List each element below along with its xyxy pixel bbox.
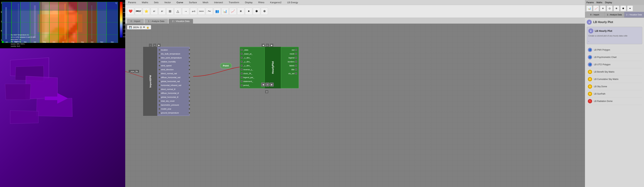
save-icon[interactable]: 💾 xyxy=(129,26,132,28)
menu-params[interactable]: Params xyxy=(127,1,137,4)
right-tab-visualize[interactable]: 2 :: Visualize Data xyxy=(624,12,644,18)
hourly-plot-node[interactable]: _data _base_pt_ _x_dim_ _y_dim_ _z_dim_ xyxy=(240,47,299,88)
svg-text:-4.60: -4.60 xyxy=(123,32,125,34)
list-item-psychrometric[interactable]: 🔵 LB Psychrometric Chart xyxy=(587,54,642,61)
radiation-dome-icon: 🔴 xyxy=(588,99,592,103)
port-hp-xdim-in xyxy=(241,57,242,59)
svg-text:Sep: Sep xyxy=(81,41,84,43)
svg-text:Jul: Jul xyxy=(62,41,64,43)
ribbon-icon-a2b[interactable]: A² xyxy=(158,8,166,15)
pmv-polygon-icon: 🔵 xyxy=(588,48,592,52)
right-tab-analyze[interactable]: 1 :: Analyze Data xyxy=(605,12,624,18)
import-epw-controls: - + ▶ xyxy=(148,43,161,47)
list-item-pmv-polygon[interactable]: 🔵 LB PMV Polygon xyxy=(587,46,642,54)
svg-text:Oct: Oct xyxy=(91,41,94,43)
ribbon-icon-sun[interactable]: ☀ xyxy=(237,8,244,15)
port-dnr-in xyxy=(158,72,160,74)
ribbon-icon-ny-heart[interactable]: I❤NY xyxy=(135,8,142,15)
import-btn-plus[interactable]: + xyxy=(153,43,157,47)
list-item-sky-dome[interactable]: 🟡 LB Sky Dome xyxy=(587,83,642,90)
lock-icon[interactable]: 🔒 xyxy=(146,26,149,28)
hp-input-statement: statement_ xyxy=(240,80,264,83)
menu-sets[interactable]: Sets xyxy=(153,1,160,4)
menu-lb-energy[interactable]: LB Energy xyxy=(286,1,299,4)
ribbon-icon-star[interactable]: ⭐ xyxy=(143,8,150,15)
right-menu-params[interactable]: Params xyxy=(586,1,594,4)
ribbon-icon-mesh[interactable]: △ xyxy=(174,8,182,15)
ribbon-icon-grid[interactable]: ⊞ xyxy=(166,8,174,15)
list-item-sunpath[interactable]: 🟡 LB SunPath xyxy=(587,90,642,98)
right-ribbon-chart[interactable]: 📊 xyxy=(586,6,592,11)
right-ribbon-chart2[interactable]: 📈 xyxy=(593,6,599,11)
hp-btn-nav[interactable]: ▶ xyxy=(270,43,274,47)
right-ribbon-asterisk[interactable]: ✱ xyxy=(620,6,626,11)
point-node[interactable]: Point xyxy=(220,63,232,68)
menu-mesh[interactable]: Mesh xyxy=(202,1,210,4)
port-hp-zdim-in xyxy=(241,65,242,66)
ribbon-icon-chart[interactable]: 📊 xyxy=(222,8,228,15)
right-menu-maths[interactable]: Maths xyxy=(596,1,602,4)
menu-curve[interactable]: Curve xyxy=(176,1,184,4)
ribbon-icon-people[interactable]: 👥 xyxy=(214,8,221,15)
epw-file-input[interactable]: _epw_file xyxy=(128,70,139,73)
tab-analyze[interactable]: 1 :: Analyze Data xyxy=(144,19,168,24)
import-btn-nav[interactable]: ▶ xyxy=(157,43,161,47)
ribbon-icon-arrow[interactable]: → xyxy=(182,8,189,15)
ribbon-icon-star2[interactable]: ✦ xyxy=(245,8,252,15)
menu-maths[interactable]: Maths xyxy=(141,1,149,4)
port-hp-c24-in xyxy=(241,72,242,74)
eye-icon[interactable]: 👁 xyxy=(143,26,145,28)
hp-btn-center[interactable]: ⊙ xyxy=(266,82,270,86)
right-ribbon-star[interactable]: ✦ xyxy=(627,6,633,11)
input-diffuse-horiz-ill: diffuse_horizontal_ill xyxy=(158,91,189,95)
pmv-polygon-label: LB PMV Polygon xyxy=(594,49,610,51)
gh-canvas[interactable]: 💾 181% ⊡ 👁 🔒 _epw_file - + ▶ ImportEPW xyxy=(125,24,585,187)
menu-surface[interactable]: Surface xyxy=(188,1,198,4)
ribbon-icon-heart-red[interactable]: ❤️ xyxy=(127,8,134,15)
menu-vector[interactable]: Vector xyxy=(163,1,172,4)
input-global-horiz-rad: global_horizontal_rad xyxy=(158,80,189,83)
hp-btn-minus[interactable]: ◀ xyxy=(261,43,265,47)
ribbon-icon-dmxh[interactable]: DMXH xyxy=(198,8,205,15)
list-item-utci-polygon[interactable]: 🔵 LB UTCI Polygon xyxy=(587,61,642,68)
ribbon-icon-curve[interactable]: 〜 xyxy=(206,8,213,15)
hp-btn-plus[interactable]: ▷ xyxy=(266,43,270,47)
list-item-cumulative-sky[interactable]: 🟡 LB Cumulative Sky Matrix xyxy=(587,76,642,83)
ribbon-icon-asterisk[interactable]: ✱ xyxy=(253,8,260,15)
tab-import[interactable]: 0 :: Import xyxy=(127,19,144,24)
hp-output-labels: labels xyxy=(281,64,298,68)
menu-rhino[interactable]: Rhino xyxy=(257,1,266,4)
svg-text:27.80: 27.80 xyxy=(123,2,125,4)
list-item-radiation-dome[interactable]: 🔴 LB Radiation Dome xyxy=(587,98,642,105)
hp-btn-right[interactable]: ▶ xyxy=(270,82,274,86)
menu-kangaroo[interactable]: Kangaroo2 xyxy=(269,1,283,4)
left-panel: 12 AM 6 PM 12 PM 6 AM 12 AM xyxy=(0,0,125,187)
tab-visualize[interactable]: 2 :: Visualize Data xyxy=(169,19,193,24)
ribbon-icon-snowflake[interactable]: ❄ xyxy=(261,8,268,15)
hp-btn-left[interactable]: ◀ xyxy=(261,82,265,86)
right-tab-import[interactable]: 0 :: Import xyxy=(585,12,605,18)
list-item-benefit-sky[interactable]: 🟡 LB Benefit Sky Matrix xyxy=(587,68,642,76)
frame-icon[interactable]: ⊡ xyxy=(140,26,142,28)
menu-intersect[interactable]: Intersect xyxy=(213,1,224,4)
input-diffuse-horiz-rad: diffuse_horizontal_rad xyxy=(158,76,189,80)
menu-display[interactable]: Display xyxy=(244,1,254,4)
right-menu-bar: Params Maths Display xyxy=(585,0,644,5)
ribbon-icon-ax[interactable]: a>0 xyxy=(190,8,197,15)
svg-text:-1.00: -1.00 xyxy=(123,28,125,30)
right-tab-bar: 0 :: Import 1 :: Analyze Data 2 :: Visua… xyxy=(585,12,644,18)
right-ribbon-circle[interactable]: ⊙ xyxy=(607,6,612,11)
right-menu-display[interactable]: Display xyxy=(605,1,612,4)
import-btn-minus[interactable]: - xyxy=(148,43,152,47)
menu-transform[interactable]: Transform xyxy=(228,1,240,4)
grasshopper-panel[interactable]: Params Maths Sets Vector Curve Surface M… xyxy=(125,0,585,187)
right-ribbon-snowflake[interactable]: ❄ xyxy=(614,6,619,11)
import-epw-node[interactable]: ImportEPW location dry_bulb_temperature … xyxy=(143,47,190,116)
3d-viewport[interactable] xyxy=(0,48,125,187)
hp-output-legend: legend xyxy=(281,56,298,60)
hp-btn-single[interactable]: ⊙ xyxy=(265,90,269,94)
ribbon-icon-chart2[interactable]: 📈 xyxy=(229,8,236,15)
ribbon-icon-a2[interactable]: A² xyxy=(150,8,158,15)
port-hp-mesh-out xyxy=(295,53,297,55)
right-ribbon-sun[interactable]: ☀ xyxy=(600,6,606,11)
